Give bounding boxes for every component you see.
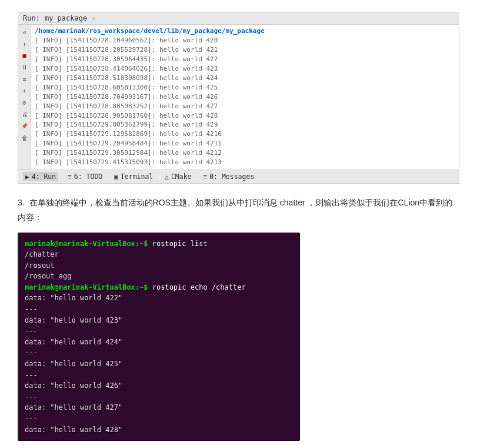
pin-icon[interactable]: 📌 <box>20 121 29 131</box>
panel-tab-name[interactable]: my_package <box>45 14 87 22</box>
step-description: 在单独的终端中，检查当前活动的ROS主题。如果我们从中打印消息 chatter … <box>18 198 452 222</box>
data-422: data: "hello world 422" <box>25 293 293 304</box>
panel-footer: ▶ 4: Run ≡ 6: TODO ▣ Terminal △ CMake ≡ … <box>18 170 459 183</box>
data-426: data: "hello world 426" <box>25 380 293 391</box>
terminal-output-chatter: /chatter <box>25 249 293 260</box>
log-line: [ INFO] [1541150728.104960562]: hello wo… <box>35 36 455 45</box>
terminal-cmd-2: rostopic echo /chatter <box>148 283 246 291</box>
log-line: [ INFO] [1541150728.510308098]: hello wo… <box>35 74 455 83</box>
data-424: data: "hello world 424" <box>25 337 293 348</box>
terminal-cmd-1: rostopic list <box>148 240 208 248</box>
terminal-output-rosout: /rosout <box>25 260 293 271</box>
terminal-prompt-2: marinak@marinak-VirtualBox:~$ <box>25 283 148 291</box>
step-section: 3. 在单独的终端中，检查当前活动的ROS主题。如果我们从中打印消息 chatt… <box>18 195 459 448</box>
print-icon[interactable]: 🖨 <box>20 109 29 119</box>
footer-tab-cmake[interactable]: △ CMake <box>162 172 194 181</box>
tab-close-icon[interactable]: ✕ <box>92 15 96 22</box>
log-line: [ INFO] [1541150729.005361799]: hello wo… <box>35 120 455 130</box>
log-line: [ INFO] [1541150729.204958484]: hello wo… <box>35 139 455 148</box>
terminal-output-rosout-agg: /rosout_agg <box>25 271 293 282</box>
data-423: data: "hello world 423" <box>25 315 293 326</box>
log-line: [ INFO] [1541150728.305064435]: hello wo… <box>35 55 455 64</box>
delete-icon[interactable]: 🗑 <box>20 133 29 142</box>
log-line: [ INFO] [1541150729.305012984]: hello wo… <box>35 148 455 158</box>
step-number: 3. <box>18 198 25 207</box>
log-line: [ INFO] [1541150728.905081760]: hello wo… <box>35 111 455 121</box>
refresh-icon[interactable]: ↺ <box>20 27 29 36</box>
log-line: [ INFO] [1541150729.415315093]: hello wo… <box>35 158 455 167</box>
footer-terminal-label: Terminal <box>121 172 153 181</box>
clion-run-panel: Run: my_package ✕ ↺ ↑ ■ ⏸ ≡ ↕ ⚙ 🖨 📌 🗑 /h… <box>18 12 459 184</box>
list-icon[interactable]: ≡ <box>20 74 29 84</box>
log-line: [ INFO] [1541150729.129582869]: hello wo… <box>35 130 455 139</box>
log-line: [ INFO] [1541150728.205529728]: hello wo… <box>35 45 455 55</box>
terminal-line-2: marinak@marinak-VirtualBox:~$ rostopic e… <box>25 282 293 293</box>
run-label: Run: <box>23 14 40 22</box>
up-icon[interactable]: ↑ <box>20 39 29 48</box>
log-output: [ INFO] [1541150728.104960562]: hello wo… <box>35 36 455 167</box>
footer-cmake-label: CMake <box>171 172 192 181</box>
terminal-prompt-1: marinak@marinak-VirtualBox:~$ <box>25 240 148 248</box>
log-line: [ INFO] [1541150728.414064026]: hello wo… <box>35 64 455 74</box>
log-line: [ INFO] [1541150728.805083252]: hello wo… <box>35 102 455 111</box>
panel-path: /home/marinak/ros_workspace/devel/lib/my… <box>35 27 455 35</box>
settings-icon[interactable]: ⚙ <box>20 98 29 107</box>
data-sep-4: --- <box>25 370 293 381</box>
data-sep-5: --- <box>25 391 293 403</box>
terminal-line-1: marinak@marinak-VirtualBox:~$ rostopic l… <box>25 238 293 250</box>
data-sep-6: --- <box>25 413 293 424</box>
panel-sidebar: ↺ ↑ ■ ⏸ ≡ ↕ ⚙ 🖨 📌 🗑 <box>18 25 31 170</box>
panel-header: Run: my_package ✕ <box>18 12 459 25</box>
stop-icon[interactable]: ■ <box>20 51 29 60</box>
footer-tab-todo[interactable]: ≡ 6: TODO <box>65 172 105 181</box>
log-line: [ INFO] [1541150728.704993167]: hello wo… <box>35 92 455 102</box>
footer-tab-run[interactable]: ▶ 4: Run <box>23 172 58 181</box>
footer-tab-terminal[interactable]: ▣ Terminal <box>112 172 155 181</box>
run-footer-icon: ▶ <box>25 173 29 181</box>
footer-run-label: 4: Run <box>32 172 56 181</box>
messages-footer-icon: ≡ <box>204 173 208 181</box>
data-sep-2: --- <box>25 326 293 337</box>
cmake-footer-icon: △ <box>165 173 169 181</box>
step-text: 3. 在单独的终端中，检查当前活动的ROS主题。如果我们从中打印消息 chatt… <box>18 195 459 225</box>
panel-content: /home/marinak/ros_workspace/devel/lib/my… <box>31 25 459 170</box>
pause-icon[interactable]: ⏸ <box>20 62 29 72</box>
terminal-footer-icon: ▣ <box>114 173 118 181</box>
footer-todo-label: 6: TODO <box>74 172 102 181</box>
data-425: data: "hello world 425" <box>25 359 293 370</box>
data-sep-3: --- <box>25 347 293 359</box>
panel-body: ↺ ↑ ■ ⏸ ≡ ↕ ⚙ 🖨 📌 🗑 /home/marinak/ros_wo… <box>18 25 459 170</box>
log-line: [ INFO] [1541150728.605813300]: hello wo… <box>35 83 455 92</box>
data-427: data: "hello world 427" <box>25 402 293 413</box>
data-sep-1: --- <box>25 304 293 315</box>
sort-icon[interactable]: ↕ <box>20 86 29 95</box>
terminal-block: marinak@marinak-VirtualBox:~$ rostopic l… <box>18 233 300 442</box>
footer-messages-label: 0: Messages <box>209 172 254 181</box>
data-428: data: "hello world 428" <box>25 424 293 436</box>
footer-tab-messages[interactable]: ≡ 0: Messages <box>201 172 257 181</box>
todo-footer-icon: ≡ <box>68 173 72 181</box>
